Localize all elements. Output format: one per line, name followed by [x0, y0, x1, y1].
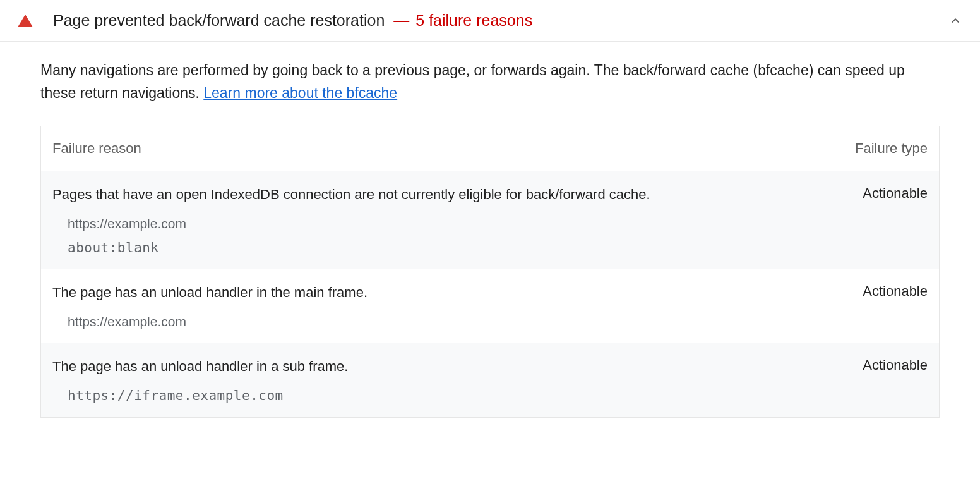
failure-reason: Pages that have an open IndexedDB connec…	[52, 185, 863, 205]
audit-panel: Page prevented back/forward cache restor…	[0, 0, 980, 447]
column-header-type: Failure type	[855, 140, 928, 157]
audit-title: Page prevented back/forward cache restor…	[53, 11, 385, 30]
frame-url: https://example.com	[68, 216, 928, 231]
column-header-reason: Failure reason	[52, 140, 855, 157]
failure-type: Actionable	[863, 185, 928, 202]
audit-body: Many navigations are performed by going …	[0, 42, 980, 433]
failure-type: Actionable	[863, 357, 928, 374]
table-header-row: Failure reason Failure type	[41, 126, 939, 171]
chevron-up-icon	[948, 14, 962, 28]
row-summary: The page has an unload handler in a sub …	[52, 357, 928, 377]
panel-divider	[0, 447, 980, 447]
table-row: Pages that have an open IndexedDB connec…	[41, 171, 939, 269]
failure-type: Actionable	[863, 283, 928, 300]
audit-header[interactable]: Page prevented back/forward cache restor…	[0, 0, 980, 42]
frame-list: https://example.com	[52, 314, 928, 329]
table-row: The page has an unload handler in a sub …	[41, 343, 939, 417]
frame-list: https://example.comabout:blank	[52, 216, 928, 255]
frame-url: https://example.com	[68, 314, 928, 329]
failure-reason: The page has an unload handler in a sub …	[52, 357, 863, 377]
failure-count: 5 failure reasons	[415, 11, 532, 30]
audit-description: Many navigations are performed by going …	[40, 59, 940, 104]
learn-more-link[interactable]: Learn more about the bfcache	[203, 85, 397, 101]
description-text: Many navigations are performed by going …	[40, 62, 905, 101]
frame-url: https://iframe.example.com	[68, 388, 928, 403]
collapse-toggle[interactable]	[948, 14, 962, 28]
fail-triangle-icon	[18, 15, 33, 27]
frame-list: https://iframe.example.com	[52, 388, 928, 403]
failure-reason: The page has an unload handler in the ma…	[52, 283, 863, 303]
failure-table: Failure reason Failure type Pages that h…	[40, 126, 940, 417]
header-dash: —	[393, 11, 409, 30]
frame-url: about:blank	[68, 240, 928, 255]
table-row: The page has an unload handler in the ma…	[41, 269, 939, 343]
row-summary: The page has an unload handler in the ma…	[52, 283, 928, 303]
row-summary: Pages that have an open IndexedDB connec…	[52, 185, 928, 205]
